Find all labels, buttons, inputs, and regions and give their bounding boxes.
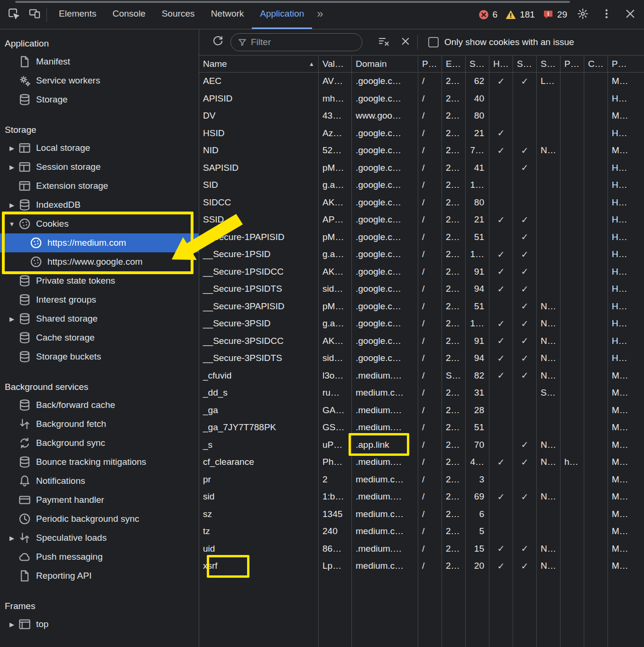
cell-crosssite[interactable] xyxy=(584,367,608,385)
cell-name[interactable]: uid xyxy=(199,540,319,558)
cell-path[interactable]: / xyxy=(418,107,442,125)
cell-secure[interactable]: ✓ xyxy=(513,315,537,333)
cell-name[interactable]: APISID xyxy=(199,90,319,108)
cell-httponly[interactable]: ✓ xyxy=(489,488,513,506)
cell-httponly[interactable] xyxy=(489,107,513,125)
cell-domain[interactable]: .google.c… xyxy=(352,350,418,367)
cell-size[interactable]: 40 xyxy=(466,90,489,108)
cell-secure[interactable]: ✓ xyxy=(513,73,537,90)
cell-crosssite[interactable] xyxy=(584,73,608,90)
cell-expires[interactable]: 2… xyxy=(442,506,466,523)
cell-partitionkey[interactable] xyxy=(561,384,584,402)
cell-path[interactable]: / xyxy=(418,159,442,177)
cell-expires[interactable]: 2… xyxy=(442,471,466,489)
cell-path[interactable]: / xyxy=(418,540,442,558)
cell-name[interactable]: _s xyxy=(199,436,319,454)
cell-crosssite[interactable] xyxy=(584,540,608,558)
cookie-row-cf-clearance[interactable]: cf_clearancePh….medium.…/2…4…✓✓N…h…M… xyxy=(199,453,644,471)
error-badge[interactable]: 6 xyxy=(478,9,498,20)
sidebar-item-local-storage[interactable]: ▶Local storage xyxy=(0,139,199,157)
cell-value[interactable]: g.a… xyxy=(319,315,352,333)
cell-expires[interactable]: 2… xyxy=(442,229,466,246)
sidebar-item-indexeddb[interactable]: ▶IndexedDB xyxy=(0,195,199,214)
column-header-crosssite[interactable]: C… xyxy=(584,55,608,72)
triangle-collapsed-icon[interactable]: ▶ xyxy=(6,164,18,171)
cell-domain[interactable]: .google.c… xyxy=(352,263,418,281)
cell-partitionkey[interactable] xyxy=(561,280,584,298)
tab-console[interactable]: Console xyxy=(104,0,154,29)
cell-priority[interactable]: H… xyxy=(608,125,644,142)
cell-secure[interactable] xyxy=(513,107,537,125)
cell-httponly[interactable] xyxy=(489,90,513,108)
cell-samesite[interactable] xyxy=(537,263,561,281)
only-issue-checkbox[interactable] xyxy=(428,37,439,47)
cell-size[interactable]: 80 xyxy=(466,107,489,125)
cell-priority[interactable]: M… xyxy=(608,73,644,90)
cell-crosssite[interactable] xyxy=(584,298,608,315)
cell-crosssite[interactable] xyxy=(584,419,608,436)
cell-value[interactable]: 1345 xyxy=(319,506,352,523)
cell-samesite[interactable] xyxy=(537,419,561,436)
column-header-secure[interactable]: S… xyxy=(513,55,537,72)
cell-secure[interactable]: ✓ xyxy=(513,540,537,558)
cell-size[interactable]: 94 xyxy=(466,280,489,298)
cell-priority[interactable]: H… xyxy=(608,350,644,367)
cookie-row-secure-3papisid[interactable]: __Secure-3PAPISIDpM….google.c…/2…51✓N…H… xyxy=(199,298,644,315)
cell-partitionkey[interactable] xyxy=(561,73,584,90)
filter-input[interactable] xyxy=(251,37,355,47)
cell-value[interactable]: Ph… xyxy=(319,453,352,471)
cell-size[interactable]: 21 xyxy=(466,125,489,142)
cell-name[interactable]: _cfuvid xyxy=(199,367,319,385)
cell-size[interactable]: 21 xyxy=(466,211,489,229)
cell-name[interactable]: __Secure-3PSIDCC xyxy=(199,333,319,350)
cell-expires[interactable]: 2… xyxy=(442,540,466,558)
cookie-row-sid[interactable]: sid1:b….medium.…/2…69✓✓N…M… xyxy=(199,488,644,506)
cookie-row-ga-7jy7t788pk[interactable]: _ga_7JY7T788PKGS….medium.…/2…51M… xyxy=(199,419,644,436)
cell-domain[interactable]: .medium.… xyxy=(352,367,418,385)
cell-name[interactable]: sid xyxy=(199,488,319,506)
cell-path[interactable]: / xyxy=(418,436,442,454)
cookie-row-sid[interactable]: SIDg.a….google.c…/2…1…H… xyxy=(199,176,644,194)
sidebar-item-push-messaging[interactable]: Push messaging xyxy=(0,547,199,566)
inspect-element-button[interactable] xyxy=(6,7,22,23)
cell-secure[interactable] xyxy=(513,402,537,419)
cell-secure[interactable]: ✓ xyxy=(513,280,537,298)
cell-httponly[interactable] xyxy=(489,523,513,540)
cell-expires[interactable]: 2… xyxy=(442,246,466,263)
cell-domain[interactable]: .google.c… xyxy=(352,246,418,263)
cell-value[interactable]: pM… xyxy=(319,159,352,177)
cell-crosssite[interactable] xyxy=(584,384,608,402)
cell-samesite[interactable]: N… xyxy=(537,540,561,558)
cell-expires[interactable]: 2… xyxy=(442,419,466,436)
cell-samesite[interactable]: N… xyxy=(537,298,561,315)
sidebar-item-background-sync[interactable]: Background sync xyxy=(0,434,199,453)
cell-partitionkey[interactable] xyxy=(561,523,584,540)
cell-httponly[interactable]: ✓ xyxy=(489,315,513,333)
cell-partitionkey[interactable] xyxy=(561,471,584,489)
cell-partitionkey[interactable] xyxy=(561,367,584,385)
cell-secure[interactable] xyxy=(513,125,537,142)
cell-domain[interactable]: .google.c… xyxy=(352,125,418,142)
cell-value[interactable]: 43… xyxy=(319,107,352,125)
issues-badge[interactable]: 29 xyxy=(543,9,567,20)
cell-crosssite[interactable] xyxy=(584,176,608,194)
cell-httponly[interactable] xyxy=(489,384,513,402)
cell-size[interactable]: 70 xyxy=(466,436,489,454)
cell-path[interactable]: / xyxy=(418,333,442,350)
cell-domain[interactable]: .google.c… xyxy=(352,298,418,315)
cell-path[interactable]: / xyxy=(418,125,442,142)
cookie-row-secure-3psidcc[interactable]: __Secure-3PSIDCCAK….google.c…/2…91✓✓N…H… xyxy=(199,333,644,350)
cell-size[interactable]: 20 xyxy=(466,557,489,575)
cell-expires[interactable]: 2… xyxy=(442,315,466,333)
cell-domain[interactable]: medium.c… xyxy=(352,384,418,402)
cell-domain[interactable]: .google.c… xyxy=(352,159,418,177)
cell-name[interactable]: SIDCC xyxy=(199,194,319,212)
cell-value[interactable]: ru… xyxy=(319,384,352,402)
cell-path[interactable]: / xyxy=(418,402,442,419)
cell-httponly[interactable]: ✓ xyxy=(489,246,513,263)
sidebar-item-extension-storage[interactable]: Extension storage xyxy=(0,176,199,195)
cell-partitionkey[interactable] xyxy=(561,315,584,333)
cell-partitionkey[interactable] xyxy=(561,176,584,194)
menu-button[interactable] xyxy=(598,7,615,23)
cookie-row-nid[interactable]: NID52….google.c…/2…7…✓✓N…M… xyxy=(199,142,644,159)
